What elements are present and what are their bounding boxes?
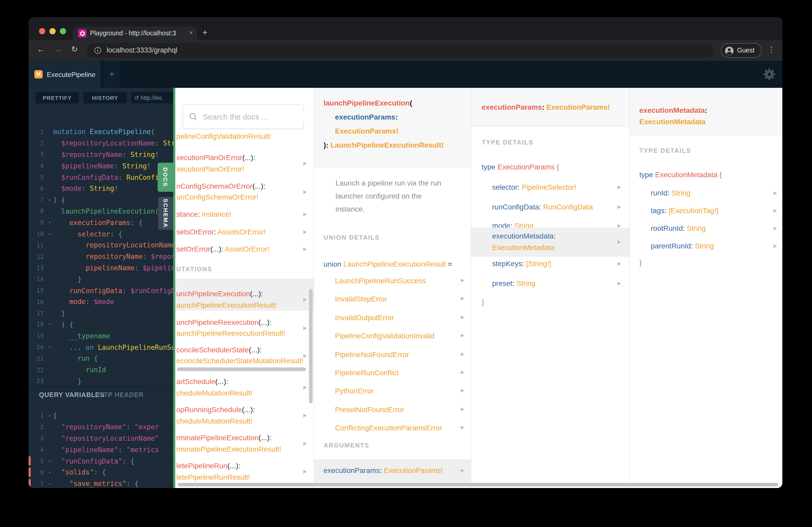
docs-entry[interactable]: aunchPipelineExecutionResult! — [176, 300, 277, 310]
type-field[interactable]: parentRunId: String — [651, 241, 714, 251]
expand-arrow-icon[interactable]: ▶ — [461, 296, 465, 301]
expand-arrow-icon[interactable]: ▶ — [461, 370, 465, 375]
query-variables-editor[interactable]: 1▾{2 "repositoryName": "exper3 "reposito… — [29, 410, 173, 488]
code-line[interactable]: 20▾ ... on LaunchPipelineRunSuccess { — [29, 342, 173, 353]
docs-entry[interactable]: letePipelineRun(...): — [176, 461, 240, 471]
docs-entry[interactable]: opRunningSchedule(...): — [176, 404, 255, 415]
code-line[interactable]: 6 $mode: String! — [29, 183, 173, 194]
docs-entry[interactable]: setOrError(...): AssetOrError! — [176, 244, 270, 254]
argument-row[interactable]: executionParams: ExecutionParams! — [323, 465, 443, 476]
docs-entry[interactable]: setsOrError: AssetsOrError! — [176, 227, 266, 237]
code-line[interactable]: 5▾ "runConfigData": { — [29, 455, 173, 467]
new-tab-button[interactable]: + — [202, 28, 207, 38]
browser-tab[interactable]: Playground - http://localhost:3 × — [73, 27, 197, 40]
docs-entry[interactable]: artSchedule(...): — [176, 376, 228, 387]
expand-arrow-icon[interactable]: ▶ — [618, 223, 621, 228]
code-line[interactable]: 8 launchPipelineExecution( — [29, 206, 173, 217]
code-line[interactable]: 14 } — [29, 274, 173, 285]
docs-entry[interactable]: concileSchedulerState(...): — [176, 345, 262, 355]
docs-entry[interactable]: cheduleMutationResult! — [176, 388, 252, 398]
union-member[interactable]: PythonError — [335, 386, 374, 396]
forward-button[interactable]: → — [54, 45, 62, 54]
expand-arrow-icon[interactable]: ▶ — [618, 239, 621, 244]
docs-entry[interactable]: xecutionPlanOrError! — [176, 164, 244, 174]
union-member[interactable]: PipelineRunConflict — [335, 367, 398, 378]
code-line[interactable]: 18▾ ) { — [29, 319, 173, 330]
expand-arrow-icon[interactable]: ▶ — [303, 297, 307, 302]
browser-menu-icon[interactable]: ⋮ — [768, 45, 775, 54]
expand-arrow-icon[interactable]: ▶ — [461, 425, 465, 430]
docs-vertical-scrollbar[interactable] — [309, 289, 313, 403]
code-line[interactable]: 16 mode: $mode — [29, 296, 173, 308]
docs-search-input[interactable] — [202, 112, 307, 122]
code-line[interactable]: 2 $repositoryLocationName: String! — [29, 138, 173, 149]
type-field[interactable]: runConfigData: RunConfigData — [492, 202, 593, 212]
inner-horizontal-scrollbar[interactable] — [177, 367, 306, 371]
expand-arrow-icon[interactable]: ▶ — [303, 325, 307, 330]
expand-arrow-icon[interactable]: ▶ — [303, 189, 307, 194]
type-field[interactable]: executionMetadata: — [492, 231, 555, 241]
docs-entry[interactable]: pelineConfigValidationResult! — [176, 131, 271, 141]
docs-entry[interactable]: rminatePipelineExecution(...): — [176, 433, 272, 443]
code-line[interactable]: 21 run { — [29, 353, 173, 364]
site-info-icon[interactable] — [94, 47, 101, 54]
expand-arrow-icon[interactable]: ▶ — [461, 388, 465, 393]
code-line[interactable]: 9▾ executionParams: { — [29, 217, 173, 228]
code-line[interactable]: 10▾ selector: { — [29, 228, 173, 240]
docs-entry[interactable]: rminatePipelineExecutionResult! — [176, 444, 281, 454]
code-line[interactable]: 22 runId — [29, 364, 173, 376]
docs-search-box[interactable] — [183, 104, 304, 129]
union-member[interactable]: PipelineConfigValidationInvalid — [335, 331, 434, 341]
type-field[interactable]: tags: [ExecutionTag!] — [651, 205, 719, 216]
code-line[interactable]: 5 $runConfigData: RunConfigData! — [29, 171, 173, 183]
union-member[interactable]: InvalidStepError — [335, 294, 387, 304]
docs-entry[interactable]: unConfigSchemaOrError! — [176, 192, 259, 202]
docs-entry[interactable]: econcileSchedulerStateMutationResult! — [176, 356, 304, 366]
expand-arrow-icon[interactable]: ▶ — [461, 406, 465, 412]
code-line[interactable]: 1mutation ExecutePipeline( — [29, 126, 173, 138]
new-playground-tab-button[interactable]: + — [104, 61, 120, 88]
code-line[interactable]: 15 runConfigData: $runConfigData — [29, 285, 173, 296]
code-line[interactable]: 23 } — [29, 376, 173, 387]
tab-http-headers[interactable]: HTTP HEADER — [95, 391, 144, 398]
expand-arrow-icon[interactable]: ▶ — [303, 229, 307, 235]
back-button[interactable]: ← — [37, 45, 45, 54]
minimize-window-button[interactable] — [49, 28, 56, 34]
expand-arrow-icon[interactable]: ▶ — [303, 413, 307, 418]
type-field[interactable]: preset: String — [492, 278, 536, 288]
expand-arrow-icon[interactable]: ▶ — [773, 226, 777, 231]
expand-arrow-icon[interactable]: ▶ — [303, 212, 307, 217]
close-tab-icon[interactable]: × — [189, 29, 193, 36]
docs-entry[interactable]: nConfigSchemaOrError(...): — [176, 181, 265, 191]
expand-arrow-icon[interactable]: ▶ — [303, 469, 307, 474]
docs-entry[interactable]: stance: Instance! — [176, 209, 231, 219]
expand-arrow-icon[interactable]: ▶ — [773, 208, 777, 213]
code-line[interactable]: 12 repositoryName: $repositoryName — [29, 251, 173, 262]
close-playground-tab-icon[interactable]: × — [90, 71, 94, 78]
code-line[interactable]: 2 "repositoryName": "exper — [29, 421, 173, 433]
docs-entry[interactable]: cheduleMutationResult! — [176, 416, 252, 426]
union-member[interactable]: PresetNotFoundError — [335, 404, 404, 415]
union-member[interactable]: InvalidOutputError — [335, 312, 394, 323]
expand-arrow-icon[interactable]: ▶ — [461, 468, 465, 473]
type-field[interactable]: selector: PipelineSelector! — [492, 182, 576, 192]
zoom-window-button[interactable] — [60, 28, 66, 34]
code-line[interactable]: 4 "pipelineName": "metrics — [29, 444, 173, 455]
tab-schema[interactable]: SCHEMA — [158, 197, 173, 230]
expand-arrow-icon[interactable]: ▶ — [461, 351, 465, 356]
docs-entry[interactable]: aunchPipelineReexecutionResult! — [176, 328, 285, 338]
expand-arrow-icon[interactable]: ▶ — [618, 281, 621, 286]
history-button[interactable]: HISTORY — [83, 92, 127, 103]
docs-divider[interactable] — [173, 88, 175, 488]
code-line[interactable]: 7▾) { — [29, 194, 173, 206]
type-field[interactable]: runId: String — [651, 187, 691, 198]
docs-entry[interactable]: xecutionPlanOrError(...): — [176, 152, 255, 163]
expand-arrow-icon[interactable]: ▶ — [773, 190, 777, 195]
expand-arrow-icon[interactable]: ▶ — [461, 314, 465, 320]
expand-arrow-icon[interactable]: ▶ — [618, 261, 621, 266]
expand-arrow-icon[interactable]: ▶ — [618, 204, 621, 209]
expand-arrow-icon[interactable]: ▶ — [303, 385, 307, 390]
docs-entry[interactable]: unchPipelineExecution(...): — [176, 288, 263, 299]
docs-horizontal-scrollbar[interactable] — [178, 483, 778, 486]
prettify-button[interactable]: PRETTIFY — [35, 92, 79, 103]
